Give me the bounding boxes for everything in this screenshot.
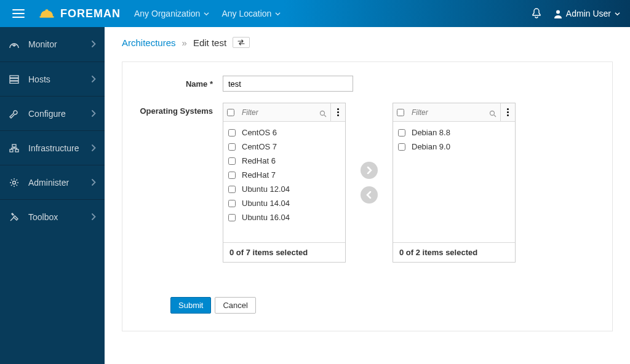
available-list-item[interactable]: Ubuntu 12.04 <box>223 182 345 196</box>
breadcrumb-separator: » <box>182 38 187 48</box>
svg-rect-4 <box>10 78 18 81</box>
available-list-item[interactable]: RedHat 7 <box>223 168 345 182</box>
kebab-icon <box>337 108 339 116</box>
selected-kebab-menu[interactable] <box>500 103 515 121</box>
top-navbar: FOREMAN Any Organization Any Location Ad… <box>0 0 630 27</box>
svg-rect-5 <box>10 81 18 84</box>
svg-rect-8 <box>15 149 18 152</box>
available-item-checkbox[interactable] <box>228 200 236 207</box>
search-icon <box>319 109 327 119</box>
chevron-right-icon <box>92 143 96 153</box>
location-selector[interactable]: Any Location <box>221 9 281 18</box>
selected-listbox: Debian 8.8Debian 9.0 0 of 2 items select… <box>393 103 516 263</box>
sidebar-item-hosts[interactable]: Hosts <box>0 61 105 96</box>
dashboard-icon <box>9 40 20 49</box>
sidebar-item-label: Hosts <box>28 74 92 84</box>
sidebar-item-label: Toolbox <box>28 212 92 222</box>
kebab-icon <box>507 108 509 116</box>
name-label: Name * <box>140 76 223 89</box>
available-select-all-checkbox[interactable] <box>227 109 234 116</box>
swap-icon <box>237 39 245 46</box>
selected-item-label: Debian 8.8 <box>412 128 450 137</box>
helmet-icon <box>38 7 55 20</box>
name-input[interactable] <box>223 76 353 92</box>
hamburger-menu-button[interactable] <box>6 9 31 18</box>
available-item-label: Ubuntu 14.04 <box>242 199 290 208</box>
submit-button[interactable]: Submit <box>170 297 211 314</box>
breadcrumb-current: Edit test <box>193 38 226 48</box>
move-left-button[interactable] <box>361 186 378 204</box>
available-item-label: CentOS 7 <box>242 142 277 151</box>
chevron-down-icon <box>275 11 281 17</box>
svg-rect-1 <box>46 9 49 14</box>
sidebar-nav: MonitorHostsConfigureInfrastructureAdmin… <box>0 27 105 364</box>
available-list-item[interactable]: CentOS 7 <box>223 140 345 154</box>
cancel-button[interactable]: Cancel <box>215 297 255 314</box>
svg-point-11 <box>337 108 339 110</box>
selected-footer: 0 of 2 items selected <box>393 242 515 262</box>
chevron-right-icon <box>366 167 372 174</box>
location-label: Any Location <box>221 9 271 18</box>
breadcrumb-parent-link[interactable]: Architectures <box>122 38 176 48</box>
chevron-right-icon <box>92 74 96 84</box>
bell-icon <box>532 8 541 19</box>
svg-point-17 <box>507 114 509 116</box>
available-item-checkbox[interactable] <box>228 157 236 165</box>
gear-icon <box>9 178 20 188</box>
chevron-down-icon <box>204 11 209 17</box>
svg-rect-0 <box>39 16 54 17</box>
chevron-down-icon <box>615 11 620 17</box>
network-icon <box>9 144 20 152</box>
form-panel: Name * Operating Systems <box>122 61 613 331</box>
available-item-checkbox[interactable] <box>228 186 236 193</box>
selected-select-all-checkbox[interactable] <box>397 109 404 116</box>
selected-item-checkbox[interactable] <box>398 129 405 136</box>
user-menu[interactable]: Admin User <box>554 9 620 18</box>
available-item-label: RedHat 7 <box>242 170 276 180</box>
available-item-checkbox[interactable] <box>228 129 236 136</box>
available-item-checkbox[interactable] <box>228 214 236 221</box>
available-footer: 0 of 7 items selected <box>223 242 345 262</box>
available-item-checkbox[interactable] <box>228 143 236 151</box>
sidebar-item-toolbox[interactable]: Toolbox <box>0 199 105 234</box>
selected-item-label: Debian 9.0 <box>412 142 450 151</box>
available-list-item[interactable]: Ubuntu 14.04 <box>223 196 345 210</box>
svg-point-14 <box>490 111 495 115</box>
svg-rect-7 <box>10 149 13 152</box>
brand-logo[interactable]: FOREMAN <box>38 7 121 20</box>
dual-list-selector: CentOS 6CentOS 7RedHat 6RedHat 7Ubuntu 1… <box>223 103 516 263</box>
available-item-label: Ubuntu 12.04 <box>242 184 290 194</box>
move-right-button[interactable] <box>361 162 378 179</box>
servers-icon <box>9 75 20 84</box>
wrench-icon <box>9 109 20 119</box>
available-list-item[interactable]: RedHat 6 <box>223 154 345 168</box>
available-kebab-menu[interactable] <box>330 103 345 121</box>
selected-list-item[interactable]: Debian 8.8 <box>393 125 515 140</box>
brand-text: FOREMAN <box>60 7 121 20</box>
user-icon <box>554 9 562 18</box>
sidebar-item-monitor[interactable]: Monitor <box>0 27 105 61</box>
svg-point-13 <box>337 114 339 116</box>
available-list-item[interactable]: Ubuntu 16.04 <box>223 210 345 224</box>
sidebar-item-configure[interactable]: Configure <box>0 96 105 130</box>
selected-list-item[interactable]: Debian 9.0 <box>393 140 515 154</box>
chevron-left-icon <box>366 191 372 199</box>
svg-point-9 <box>13 181 16 184</box>
selected-filter-input[interactable] <box>408 106 500 119</box>
search-icon <box>489 109 496 119</box>
available-item-label: RedHat 6 <box>242 156 276 165</box>
sidebar-item-label: Administer <box>28 178 92 188</box>
notifications-button[interactable] <box>532 8 541 19</box>
available-item-checkbox[interactable] <box>228 172 236 179</box>
sidebar-item-administer[interactable]: Administer <box>0 165 105 199</box>
available-list-item[interactable]: CentOS 6 <box>223 125 345 140</box>
sidebar-item-infrastructure[interactable]: Infrastructure <box>0 130 105 165</box>
chevron-right-icon <box>92 109 96 119</box>
sidebar-item-label: Monitor <box>28 39 92 49</box>
svg-rect-3 <box>10 76 18 78</box>
selected-item-checkbox[interactable] <box>398 143 405 151</box>
org-selector[interactable]: Any Organization <box>134 9 209 18</box>
svg-point-12 <box>337 111 339 113</box>
available-filter-input[interactable] <box>238 106 330 119</box>
breadcrumb-switcher-button[interactable] <box>233 37 250 48</box>
